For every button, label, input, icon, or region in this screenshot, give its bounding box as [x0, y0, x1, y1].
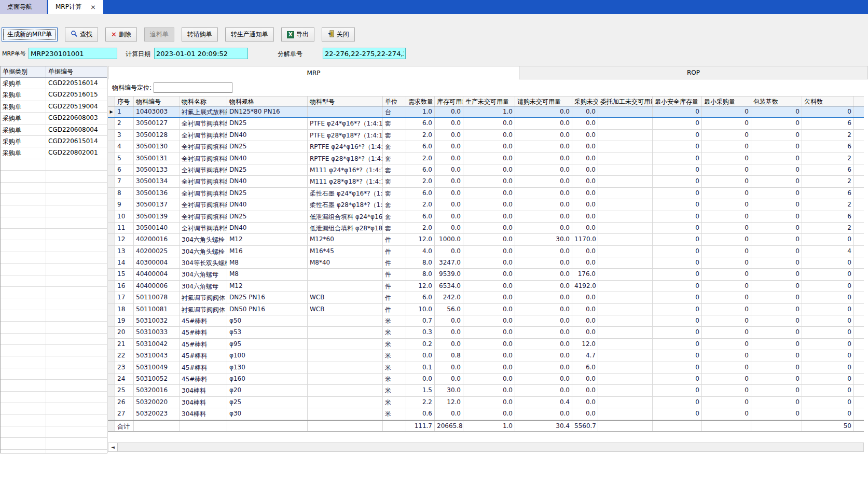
list-item[interactable]	[1, 205, 107, 217]
tab-rop[interactable]: ROP	[519, 66, 868, 79]
material-locate-input[interactable]	[154, 82, 232, 93]
to-production-notice-button[interactable]: 转生产通知单	[225, 27, 274, 42]
column-header-model[interactable]: 物料型号	[308, 96, 383, 106]
table-row[interactable]: 1440300004304等长双头螺柱M8M8*40件8.03247.00.00…	[108, 257, 864, 269]
cell-stock_avail: 0.0	[435, 106, 463, 117]
delete-button[interactable]: ✕ 删除	[105, 27, 137, 42]
mrp-no-input[interactable]	[29, 48, 117, 59]
list-item[interactable]: 采购单CGD220608004	[1, 125, 107, 136]
table-row[interactable]: 1850110081衬氟调节阀阀体DN50 PN16WCB件10.056.00.…	[108, 304, 864, 315]
list-item[interactable]: 采购单CGD220516014	[1, 78, 107, 89]
table-row[interactable]: 2650320020304棒料φ25米2.212.00.00.40.00000	[108, 397, 864, 408]
table-row[interactable]: 230500127全衬调节阀填料组DN25PTFE φ24*φ16*?（1:4:…	[108, 118, 864, 129]
table-row[interactable]: 830500136全衬调节阀填料组DN25柔性石墨 φ24*φ16*?（1:4:…	[108, 188, 864, 199]
column-header-shortage[interactable]: 欠料数	[802, 96, 854, 106]
column-header-name[interactable]: 物料名称	[180, 96, 227, 106]
column-header-prod_open[interactable]: 生产未交可用量	[463, 96, 515, 106]
close-tab-icon[interactable]: ×	[90, 3, 96, 11]
table-row[interactable]: 205031003345#棒料φ53米0.30.00.00.00.00000	[108, 327, 864, 338]
table-row[interactable]: 430500130全衬调节阀填料组DN25RPTFE φ24*φ16*?（1:4…	[108, 141, 864, 153]
list-item[interactable]	[1, 298, 107, 310]
list-item[interactable]	[1, 322, 107, 333]
cell-spec: DN40	[227, 199, 308, 210]
list-item[interactable]	[1, 310, 107, 322]
list-item[interactable]	[1, 217, 107, 229]
horizontal-scrollbar[interactable]: ◄	[108, 442, 864, 452]
to-purchase-request-button[interactable]: 转请购单	[182, 27, 218, 42]
table-row[interactable]: 215031004245#棒料φ95米0.20.00.00.012.00000	[108, 339, 864, 350]
table-row[interactable]: 330500128全衬调节阀填料组DN40PTFE φ28*φ18*?（1:4:…	[108, 130, 864, 141]
list-item[interactable]: 采购单CGD220802001	[1, 147, 107, 159]
generate-mrp-button[interactable]: 生成新的MRP单	[2, 27, 58, 42]
column-header-req_open[interactable]: 请购未交可用量	[515, 96, 572, 106]
table-row[interactable]: 1340200025304六角头螺栓M16M16*45件4.00.00.00.0…	[108, 246, 864, 257]
close-button[interactable]: 关闭	[322, 27, 355, 42]
list-item[interactable]	[1, 240, 107, 252]
calc-date-input[interactable]	[154, 48, 248, 59]
list-item[interactable]	[1, 287, 107, 298]
list-item[interactable]	[1, 414, 107, 426]
list-item[interactable]: 采购单CGD220615014	[1, 136, 107, 147]
list-item[interactable]	[1, 368, 107, 380]
column-header-spec[interactable]: 物料规格	[227, 96, 308, 106]
list-item[interactable]	[1, 450, 107, 454]
column-header-min_safe_stock[interactable]: 最小安全库存量	[653, 96, 702, 106]
list-item[interactable]	[1, 438, 107, 449]
list-item[interactable]	[1, 183, 107, 194]
table-row[interactable]: ▶110403003衬氟上展式放料阀DN125*80 PN16台1.00.01.…	[108, 106, 864, 118]
column-header-stock_avail[interactable]: 库存可用量	[435, 96, 463, 106]
table-row[interactable]: 225031004345#棒料φ100米0.00.80.00.04.70000	[108, 350, 864, 362]
list-item[interactable]	[1, 159, 107, 171]
list-item[interactable]	[1, 275, 107, 287]
list-item[interactable]	[1, 345, 107, 356]
column-header-unit[interactable]: 单位	[383, 96, 406, 106]
list-item[interactable]	[1, 252, 107, 264]
list-item[interactable]: 采购单CGD220608003	[1, 113, 107, 124]
table-row[interactable]: 245031005245#棒料φ160米0.00.00.00.00.00000	[108, 374, 864, 385]
table-row[interactable]: 930500137全衬调节阀填料组DN40柔性石墨 φ28*φ18*?（1:4:…	[108, 199, 864, 211]
table-row[interactable]: 630500133全衬调节阀填料组DN25M111 φ24*φ16*?（1:4:…	[108, 164, 864, 176]
table-row[interactable]: 730500134全衬调节阀填料组DN40M111 φ28*φ18*?（1:4:…	[108, 176, 864, 187]
column-header-need_qty[interactable]: 需求数量	[406, 96, 435, 106]
list-item[interactable]: 采购单CGD220519004	[1, 101, 107, 113]
table-row[interactable]: 1640400006304六角螺母M12件12.06534.00.00.0419…	[108, 281, 864, 292]
scroll-left-icon[interactable]: ◄	[108, 443, 118, 451]
list-item[interactable]	[1, 356, 107, 368]
list-item[interactable]	[1, 426, 107, 438]
table-row[interactable]: 530500131全衬调节阀填料组DN40RPTFE φ28*φ18*?（1:4…	[108, 153, 864, 164]
list-item[interactable]	[1, 229, 107, 240]
table-row[interactable]: 195031003245#棒料φ50米0.70.00.00.00.00000	[108, 315, 864, 327]
list-item[interactable]: 采购单CGD220516015	[1, 89, 107, 101]
column-header-min_purchase[interactable]: 最小采购量	[702, 96, 751, 106]
table-row[interactable]: 1240200016304六角头螺栓M12M12*60件12.01000.00.…	[108, 234, 864, 245]
tab-mrp-calc[interactable]: MRP计算 ×	[48, 0, 103, 14]
list-item[interactable]	[1, 264, 107, 275]
table-row[interactable]: 1130500140全衬调节阀填料组DN40低泄漏组合填料 φ28*φ18*?套…	[108, 223, 864, 234]
column-header-pack_base[interactable]: 包装基数	[751, 96, 802, 106]
cell-model: WCB	[308, 292, 383, 303]
tab-desktop-nav[interactable]: 桌面导航	[0, 0, 47, 14]
list-item[interactable]	[1, 334, 107, 345]
list-item[interactable]	[1, 392, 107, 403]
table-row[interactable]: 1750110078衬氟调节阀阀体DN25 PN16WCB件6.0242.00.…	[108, 292, 864, 303]
tab-mrp[interactable]: MRP	[108, 66, 519, 79]
decompose-no-input[interactable]	[323, 48, 406, 59]
column-header-code[interactable]: 物料编号	[134, 96, 180, 106]
column-header-order-type[interactable]: 单据类别	[1, 66, 46, 77]
column-header-purch_open[interactable]: 采购未交可用量	[572, 96, 598, 106]
list-item[interactable]	[1, 380, 107, 391]
find-button[interactable]: 查找	[65, 27, 98, 42]
table-row[interactable]: 1030500139全衬调节阀填料组DN25低泄漏组合填料 φ24*φ16*?套…	[108, 211, 864, 223]
column-header-outsource_open[interactable]: 委托加工未交可用量	[598, 96, 653, 106]
list-item[interactable]	[1, 194, 107, 205]
column-header-order-no[interactable]: 单据编号	[46, 66, 107, 77]
table-row[interactable]: 2750320023304棒料φ30米0.60.00.00.00.00000	[108, 408, 864, 420]
table-row[interactable]: 2550320016304棒料φ20米1.530.00.00.00.00000	[108, 385, 864, 396]
list-item[interactable]	[1, 403, 107, 414]
list-item[interactable]	[1, 171, 107, 182]
table-row[interactable]: 235031004945#棒料φ130米0.10.00.00.06.00000	[108, 362, 864, 374]
column-header-idx[interactable]: 序号	[115, 96, 134, 106]
export-button[interactable]: X 导出	[281, 27, 314, 42]
table-row[interactable]: 1540400004304六角螺母M8件8.09539.00.00.0176.0…	[108, 269, 864, 280]
total-min_purchase	[702, 421, 751, 431]
